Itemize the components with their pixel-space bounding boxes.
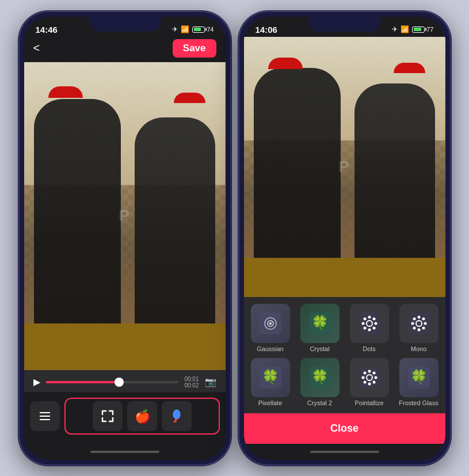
svg-point-22 (417, 315, 420, 318)
filter-thumb-pixellate: 🍀 (251, 358, 290, 397)
svg-point-27 (413, 326, 415, 329)
wifi-icon-2: 📶 (401, 25, 409, 33)
menu-tool-button[interactable] (30, 401, 60, 431)
filter-pixellate[interactable]: 🍀 Pixellate (249, 358, 292, 406)
filter-pointalize[interactable]: Pointallize (348, 358, 391, 406)
dropper-icon (169, 409, 184, 424)
close-button[interactable]: Close (244, 413, 445, 444)
svg-text:🍀: 🍀 (410, 368, 428, 385)
rainbow-apple-icon: 🍎 (134, 408, 150, 424)
progress-thumb[interactable] (115, 378, 124, 387)
filter-label-frosted: Frosted Glass (399, 399, 438, 406)
filter-thumb-mono (399, 304, 439, 343)
battery-body-1 (192, 26, 205, 33)
battery-fill-1 (194, 28, 201, 31)
play-button[interactable]: ▶ (33, 376, 40, 387)
mono-icon (407, 311, 431, 336)
phone-1-inner: 14:46 ✈ 📶 74 < Save (24, 17, 226, 460)
filter-gaussian[interactable]: Gaussian (249, 304, 292, 352)
close-label: Close (330, 422, 359, 435)
status-bar-1: 14:46 ✈ 📶 74 (24, 17, 226, 37)
filter-label-mono: Mono (411, 345, 427, 352)
ground-1 (24, 323, 226, 370)
wifi-icon: 📶 (181, 25, 189, 33)
status-icons-1: ✈ 📶 74 (172, 25, 213, 33)
total-time: 00:02 (184, 382, 199, 389)
back-button[interactable]: < (33, 41, 40, 55)
photo-area-2: P (244, 37, 445, 297)
menu-icon (38, 409, 52, 423)
cap-left-2 (268, 58, 303, 69)
camera-icon: 📷 (205, 376, 216, 387)
filter-thumb-pointalize (350, 358, 389, 397)
phone-2: 14:06 ✈ 📶 77 (238, 11, 451, 466)
svg-point-8 (269, 322, 272, 325)
status-icons-2: ✈ 📶 77 (392, 25, 433, 33)
dots-icon (357, 311, 382, 336)
svg-point-39 (372, 380, 375, 383)
filter-label-pointalize: Pointallize (354, 399, 383, 406)
photo-area-1: P (24, 62, 226, 370)
airplane-icon-2: ✈ (392, 25, 398, 33)
cap-left-1 (48, 86, 83, 98)
svg-point-37 (372, 371, 375, 374)
phone-2-inner: 14:06 ✈ 📶 77 (244, 17, 445, 460)
save-button[interactable]: Save (173, 39, 216, 58)
tools-bar: 🍎 (24, 392, 226, 444)
status-bar-2: 14:06 ✈ 📶 77 (244, 17, 445, 37)
svg-point-41 (363, 380, 366, 383)
svg-point-29 (413, 317, 415, 320)
color-tool-button[interactable] (162, 401, 192, 431)
cap-right-1 (174, 93, 205, 103)
svg-point-38 (374, 376, 377, 379)
status-time-2: 14:06 (256, 25, 277, 35)
svg-point-26 (417, 328, 420, 331)
svg-point-24 (424, 322, 426, 325)
airplane-icon: ✈ (172, 25, 178, 33)
svg-point-16 (368, 328, 371, 331)
svg-point-12 (368, 315, 371, 318)
crystal-icon: 🍀 (308, 311, 332, 336)
svg-point-28 (411, 322, 414, 325)
battery-label-2: 77 (426, 26, 433, 33)
svg-point-40 (368, 382, 371, 385)
timeline-bar: ▶ 00:01 00:02 📷 (24, 370, 226, 392)
filter-thumb-crystal: 🍀 (300, 304, 340, 343)
ground-2 (244, 258, 445, 297)
expand-tool-button[interactable] (93, 401, 123, 431)
nav-bar-1: < Save (24, 37, 226, 62)
battery-fill-2 (414, 28, 421, 31)
current-time: 00:01 (184, 376, 199, 382)
filter-thumb-gaussian (251, 304, 290, 343)
svg-point-17 (363, 326, 366, 329)
svg-point-14 (374, 322, 377, 325)
filter-grid: Gaussian 🍀 Crystal (244, 297, 445, 413)
filter-crystal[interactable]: 🍀 Crystal (298, 304, 342, 352)
pixellate-icon: 🍀 (258, 365, 283, 390)
frosted-icon: 🍀 (407, 365, 431, 390)
home-indicator-2 (244, 444, 445, 460)
filter-label-dots: Dots (363, 345, 376, 352)
filter-dots[interactable]: Dots (348, 304, 391, 352)
svg-point-19 (363, 317, 366, 320)
filter-label-gaussian: Gaussian (257, 345, 283, 352)
filter-thumb-dots (350, 304, 389, 343)
phone-1: 14:46 ✈ 📶 74 < Save (18, 11, 231, 466)
filter-label-crystal2: Crystal 2 (307, 399, 332, 406)
filter-mono[interactable]: Mono (397, 304, 441, 352)
svg-point-23 (422, 317, 425, 320)
filter-tool-button[interactable]: 🍎 (127, 401, 157, 431)
cap-right-2 (394, 63, 425, 73)
filter-frosted[interactable]: 🍀 Frosted Glass (397, 358, 441, 406)
progress-track[interactable] (46, 381, 179, 383)
svg-text:🍀: 🍀 (311, 368, 329, 385)
filter-crystal2[interactable]: 🍀 Crystal 2 (298, 358, 342, 406)
svg-text:🍀: 🍀 (262, 368, 279, 385)
filter-thumb-crystal2: 🍀 (300, 358, 340, 397)
svg-text:🍎: 🍎 (134, 409, 150, 424)
pointalize-icon (357, 365, 382, 390)
svg-text:🍀: 🍀 (311, 314, 329, 331)
svg-point-42 (361, 376, 364, 379)
svg-point-36 (368, 370, 371, 372)
battery-body-2 (412, 26, 425, 33)
